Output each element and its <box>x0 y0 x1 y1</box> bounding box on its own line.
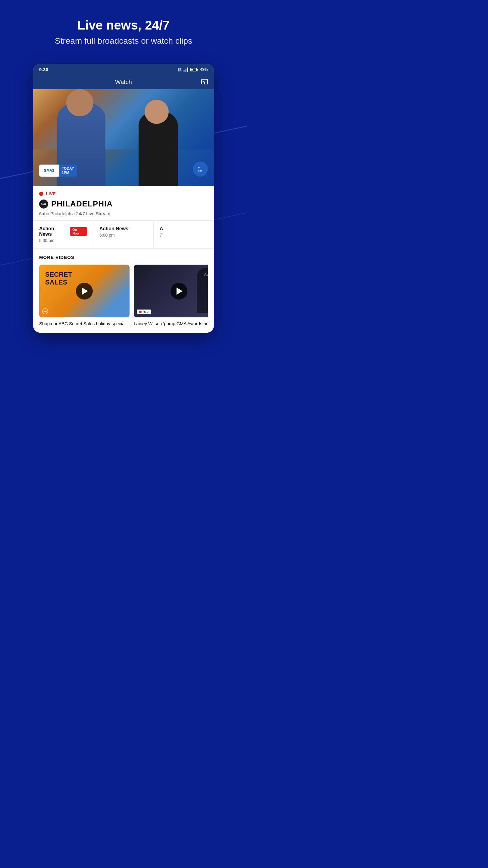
show-name-1: Action News <box>39 226 67 237</box>
nav-bar: Watch <box>33 75 214 89</box>
gma3-time: TODAY1PM <box>59 164 77 177</box>
video-caption-1: Shop our ABC Secret Sales holiday specia… <box>39 320 130 327</box>
video-thumbnail: GMA3 TODAY1PM 6abc <box>33 89 214 186</box>
cast-icon[interactable] <box>201 79 208 86</box>
on-now-badge: On Now <box>70 227 87 236</box>
schedule-item-2[interactable]: Action News 6:00 pm <box>93 221 154 248</box>
live-label: LIVE <box>46 191 56 196</box>
stream-description: 6abc Philadelphia 24/7 Live Stream <box>39 211 208 216</box>
bottom-padding <box>33 327 214 333</box>
person-silhouette <box>197 268 208 313</box>
battery-percentage: 43% <box>200 67 208 72</box>
play-button-1[interactable] <box>76 283 93 300</box>
globe-icon <box>42 308 48 314</box>
station-name: PHILADELPHIA <box>51 199 113 209</box>
videos-row: SECRETSALES Shop our ABC Secret Sales ho… <box>39 265 208 327</box>
secret-sales-text: SECRETSALES <box>45 271 72 287</box>
video-caption-2: Lainey Wilson 'pump CMA Awards hosting <box>134 320 208 327</box>
play-button-2[interactable] <box>170 283 187 300</box>
show-time-2: 6:00 pm <box>99 233 147 238</box>
gma3-logo: GMA3 <box>39 164 59 177</box>
hero-title: Live news, 24/7 <box>12 18 235 33</box>
show-name-3: A <box>160 226 163 231</box>
video-player[interactable]: GMA3 TODAY1PM 6abc <box>33 89 214 186</box>
phone-mockup: 9:30 ▨ 43% Watch <box>33 64 214 333</box>
show-time-1: 5:30 pm <box>39 238 87 243</box>
show-name-2: Action News <box>99 226 128 231</box>
schedule-item-1[interactable]: Action News On Now 5:30 pm <box>33 221 93 248</box>
status-time: 9:30 <box>39 67 48 72</box>
station-logo: 6abc <box>39 199 48 209</box>
status-icons: ▨ 43% <box>178 67 208 72</box>
nav-title: Watch <box>115 79 132 86</box>
schedule-section[interactable]: Action News On Now 5:30 pm Action News 6… <box>33 221 214 249</box>
video-card-2[interactable]: CMAAWARDS RED Lainey Wilson 'pump CMA Aw… <box>134 265 208 327</box>
signal-icon <box>184 67 188 72</box>
schedule-item-3[interactable]: A 7 <box>154 221 214 248</box>
video-thumb-2[interactable]: CMAAWARDS RED <box>134 265 208 317</box>
show-time-3: 7 <box>160 233 208 238</box>
station-row: 6abc PHILADELPHIA <box>39 199 208 209</box>
live-section: LIVE 6abc PHILADELPHIA 6abc Philadelphia… <box>33 186 214 221</box>
red-badge: RED <box>137 310 151 314</box>
play-triangle-2 <box>176 287 183 295</box>
more-videos-section: MORE VIDEOS SECRETSALES Shop our ABC Sec… <box>33 249 214 327</box>
video-card-1[interactable]: SECRETSALES Shop our ABC Secret Sales ho… <box>39 265 130 327</box>
video-thumb-1[interactable]: SECRETSALES <box>39 265 130 317</box>
more-videos-title: MORE VIDEOS <box>39 255 208 260</box>
abc6-logo: 6abc <box>193 161 208 177</box>
live-indicator: LIVE <box>39 191 208 196</box>
live-dot <box>39 192 43 196</box>
play-triangle-1 <box>82 287 88 295</box>
status-bar: 9:30 ▨ 43% <box>33 64 214 75</box>
battery-icon <box>190 68 198 71</box>
person-right <box>138 110 178 186</box>
hero-subtitle: Stream full broadcasts or watch clips <box>12 36 235 46</box>
gma3-badge: GMA3 TODAY1PM <box>39 164 77 177</box>
wifi-icon: ▨ <box>178 67 182 72</box>
